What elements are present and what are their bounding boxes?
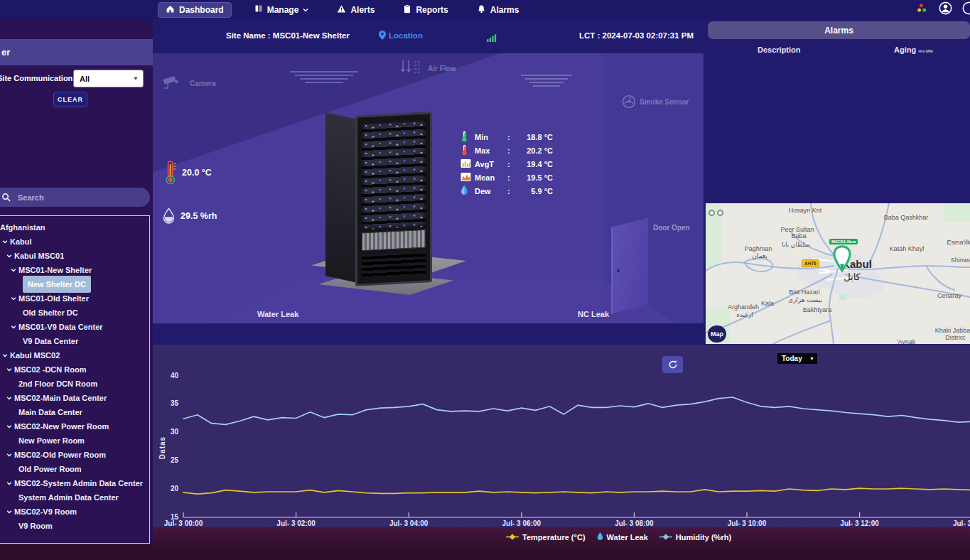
nav-item-label: Manage — [267, 5, 299, 15]
signal-strength-icon — [487, 32, 497, 45]
legend-label: Water Leak — [607, 533, 648, 542]
tree-item[interactable]: System Admin Data Center — [0, 490, 149, 505]
stat-row-dew: Dew:5.9 °C — [460, 184, 553, 198]
rack-vent-grille — [362, 251, 426, 279]
tree-item[interactable]: MSC02-System Admin Data Center — [0, 476, 149, 490]
chevron-down-icon — [6, 424, 14, 429]
nav-item-reports[interactable]: Reports — [397, 2, 453, 18]
tree-item[interactable]: MSC02-New Power Room — [0, 419, 149, 434]
map-controls[interactable] — [708, 210, 723, 216]
tree-item[interactable]: Afghanistan — [0, 220, 149, 235]
map-control-icon[interactable] — [708, 210, 715, 216]
tree-item[interactable]: MSC02 -DCN Room — [0, 362, 149, 377]
camera-indicator: Camera — [161, 75, 216, 92]
site-communication-label: Site Communication — [0, 74, 72, 82]
nav-item-label: Reports — [416, 5, 448, 15]
tree-item[interactable]: MSC01-V9 Data Center — [0, 320, 149, 334]
tree-item-label: 2nd Floor DCN Room — [18, 377, 97, 391]
location-link[interactable]: Location — [379, 31, 423, 40]
tree-item-label: New Power Room — [18, 434, 85, 448]
time-range-value: Today — [777, 355, 809, 362]
tree-item[interactable]: V9 Room — [0, 519, 149, 533]
rack-front-panel — [355, 112, 432, 286]
search-icon — [1, 193, 11, 202]
thermo-green-icon — [460, 131, 475, 144]
status-dots-icon[interactable] — [917, 3, 929, 16]
nav-item-label: Alarms — [490, 5, 519, 15]
sidebar-header: er — [0, 39, 153, 65]
tree-item[interactable]: Kabul MSC01 — [0, 249, 149, 263]
tree-item[interactable]: New Shelter DC — [0, 277, 149, 291]
user-avatar-icon[interactable] — [939, 1, 952, 18]
nav-item-manage[interactable]: Manage — [249, 2, 315, 17]
tree-item[interactable]: New Power Room — [0, 434, 149, 448]
humidity-value: 29.5 %rh — [180, 211, 217, 221]
map-control-icon[interactable] — [717, 210, 723, 216]
rack-side-panel — [325, 112, 357, 282]
stat-row-mean: Mean:19.5 °C — [460, 171, 553, 184]
camera-label: Camera — [190, 80, 216, 87]
nav-item-label: Dashboard — [179, 5, 224, 15]
sidebar: er Site Communication All ▼ Clear Afghan… — [0, 0, 153, 544]
time-range-select[interactable]: Today ▼ — [777, 353, 817, 364]
chevron-down-icon — [2, 352, 10, 358]
location-map[interactable]: Hosayn KntBaba QashkharPeer SultanBabaسل… — [706, 203, 970, 344]
stat-row-max: Max:20.2 °C — [460, 144, 553, 157]
site-communication-select[interactable]: All ▼ — [73, 70, 144, 87]
tree-item[interactable]: 2nd Floor DCN Room — [0, 377, 149, 391]
nav-item-dashboard[interactable]: Dashboard — [158, 2, 232, 18]
refresh-button[interactable] — [662, 356, 683, 373]
tree-item[interactable]: Old Power Room — [0, 462, 149, 476]
location-label: Location — [389, 31, 423, 40]
tree-item[interactable]: MSC01-Old Shelter — [0, 291, 149, 306]
tree-item[interactable]: MSC01-New Shelter — [0, 263, 149, 277]
tree-item[interactable]: MSC02-V9 Room — [0, 505, 149, 519]
chart-section: 403530252015DatasJul- 3 00:00Jul- 3 02:0… — [153, 345, 970, 527]
aging-label: Aging — [894, 45, 916, 54]
clear-button[interactable]: Clear — [53, 92, 87, 107]
search-input[interactable] — [16, 193, 126, 203]
bars-yellow-icon — [460, 158, 475, 170]
map-mode-button[interactable]: Map — [708, 325, 726, 343]
svg-text:Jul- 3 14:00: Jul- 3 14:00 — [953, 519, 970, 527]
tree-item[interactable]: Kabul MSC02 — [0, 348, 149, 362]
stat-colon: : — [507, 160, 516, 168]
tree-item[interactable]: Kabul — [0, 235, 149, 249]
stat-value: 20.2 °C — [516, 146, 553, 155]
tree-item[interactable]: Old Shelter DC — [0, 306, 149, 320]
alarms-description-column: Description — [758, 45, 801, 54]
tree-item[interactable]: V9 Data Center — [0, 334, 149, 348]
search-box — [0, 188, 150, 207]
chevron-down-icon — [11, 267, 18, 273]
chevron-down-icon — [6, 509, 14, 515]
site-marker-badge: MSC01-New — [829, 239, 858, 244]
server-rack[interactable] — [325, 114, 436, 295]
tree-item-label: New Shelter DC — [23, 276, 91, 293]
tree-item-label: MSC01-New Shelter — [18, 263, 92, 277]
stat-value: 18.8 °C — [516, 133, 553, 141]
tree-item[interactable]: Main Data Center — [0, 405, 149, 419]
nav-item-alerts[interactable]: Alerts — [331, 2, 380, 18]
map-marker-pin-icon[interactable] — [831, 244, 853, 276]
home-icon — [166, 4, 175, 16]
svg-text:Jul- 3 00:00: Jul- 3 00:00 — [164, 519, 203, 527]
legend-item[interactable]: Humidity (%rh) — [659, 533, 731, 542]
door-open-label: Door Open — [653, 224, 690, 232]
topbar-right — [917, 0, 966, 19]
legend-item[interactable]: Water Leak — [597, 532, 648, 542]
humidity-droplet-icon — [163, 208, 175, 225]
nav-item-alarms[interactable]: Alarms — [471, 2, 525, 18]
smoke-sensor-indicator: Smoke Sensor — [622, 95, 689, 109]
tree-item-label: Kabul MSC01 — [14, 249, 64, 263]
nc-leak-label: NC Leak — [578, 310, 609, 318]
secondary-avatar-icon[interactable] — [962, 1, 970, 18]
tree-item-label: V9 Room — [18, 519, 53, 533]
tree-item-label: V9 Data Center — [23, 334, 78, 348]
route-badge: AH76 — [802, 259, 819, 267]
svg-text:Jul- 3 06:00: Jul- 3 06:00 — [502, 519, 541, 527]
legend-item[interactable]: Temperature (°C) — [506, 533, 586, 542]
location-pin-icon — [379, 31, 386, 40]
aging-unit: HH:MM — [918, 49, 933, 53]
tree-item[interactable]: MSC02-Old Power Room — [0, 448, 149, 462]
tree-item[interactable]: MSC02-Main Data Center — [0, 391, 149, 405]
